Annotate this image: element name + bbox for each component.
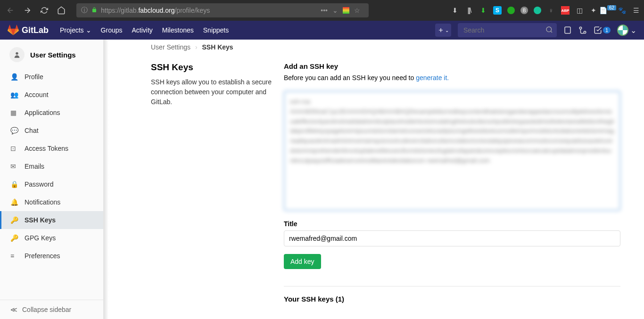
ext-icon-3[interactable] — [507, 7, 515, 14]
sidebar-item-access-tokens[interactable]: ⊡Access Tokens — [0, 139, 103, 157]
pocket-icon[interactable]: ⌄ — [332, 7, 338, 14]
sidebar-item-account[interactable]: 👥Account — [0, 86, 103, 104]
prefs-icon: ≡ — [10, 252, 18, 260]
ext-skype-icon[interactable]: S — [493, 6, 502, 15]
sidebar-title: User Settings — [0, 40, 103, 68]
add-key-button[interactable]: Add key — [284, 254, 321, 269]
todo-badge: 1 — [603, 27, 611, 33]
download-icon[interactable]: ⬇ — [451, 6, 459, 15]
bookmark-icon[interactable]: ☆ — [354, 7, 360, 14]
lock-icon: 🔒 — [10, 180, 18, 188]
key-icon: 🔑 — [10, 234, 18, 242]
title-label: Title — [284, 220, 620, 228]
sidebar-item-notifications[interactable]: 🔔Notifications — [0, 193, 103, 211]
menu-icon[interactable]: ☰ — [632, 6, 640, 15]
ext-icon-8[interactable]: ✦ — [589, 6, 598, 15]
ext-icon-10[interactable]: 🐾 — [618, 6, 626, 15]
breadcrumb-parent[interactable]: User Settings — [151, 43, 190, 51]
ext-icon-9[interactable]: 📄62 — [603, 6, 612, 15]
content: User Settings › SSH Keys SSH Keys SSH ke… — [104, 40, 644, 319]
ext-grammarly-icon[interactable] — [534, 7, 541, 14]
user-menu[interactable]: ⌄ — [617, 25, 636, 36]
key-icon: 🔑 — [10, 216, 18, 224]
generate-link[interactable]: generate it. — [416, 74, 449, 82]
add-key-title: Add an SSH key — [284, 62, 620, 70]
avatar — [617, 25, 628, 36]
reload-button[interactable] — [38, 4, 51, 17]
library-icon[interactable]: |||\ — [465, 6, 473, 15]
sidebar-item-applications[interactable]: ▦Applications — [0, 104, 103, 122]
lock-icon — [91, 7, 97, 14]
ext-icon-4[interactable]: B — [520, 7, 528, 14]
email-icon: ✉ — [10, 163, 18, 170]
more-icon[interactable]: ••• — [321, 7, 328, 14]
forward-button[interactable] — [21, 4, 34, 17]
section-title: SSH Keys — [151, 62, 273, 73]
svg-point-4 — [16, 52, 18, 55]
ext-icon-6[interactable]: ♀ — [547, 6, 555, 15]
bell-icon: 🔔 — [10, 198, 18, 206]
home-button[interactable] — [55, 4, 68, 17]
nav-projects[interactable]: Projects ⌄ — [60, 26, 91, 34]
svg-point-2 — [579, 27, 582, 29]
breadcrumb: User Settings › SSH Keys — [151, 43, 620, 51]
sidebar-item-gpg-keys[interactable]: 🔑GPG Keys — [0, 229, 103, 247]
nav-milestones[interactable]: Milestones — [162, 26, 194, 34]
key-textarea[interactable]: ssh-rsa AAAAB3NzaC1yc2EAAAADAQABAAABAQDe… — [284, 91, 620, 211]
chevron-down-icon: ⌄ — [445, 28, 449, 33]
svg-point-3 — [584, 31, 586, 33]
apps-icon: ▦ — [10, 109, 18, 116]
sidebar-item-chat[interactable]: 💬Chat — [0, 122, 103, 139]
url-bar[interactable]: ⓘ https://gitlab.fabcloud.org/profile/ke… — [76, 3, 369, 17]
new-button[interactable]: ⌄ — [435, 24, 451, 37]
add-key-hint: Before you can add an SSH key you need t… — [284, 74, 620, 82]
gitlab-brand: GitLab — [22, 25, 49, 35]
user-icon — [9, 47, 25, 62]
account-icon: 👥 — [10, 91, 18, 98]
collapse-icon: ≪ — [10, 306, 17, 313]
your-keys-heading: Your SSH keys (1) — [284, 286, 620, 303]
search-icon — [545, 26, 553, 35]
sidebar-icon[interactable]: ◫ — [575, 6, 584, 15]
token-icon: ⊡ — [10, 145, 18, 152]
title-input[interactable] — [284, 230, 620, 246]
chat-icon: 💬 — [10, 127, 18, 134]
shield-icon[interactable] — [343, 7, 349, 14]
svg-point-0 — [546, 27, 552, 32]
nav-snippets[interactable]: Snippets — [203, 26, 229, 34]
profile-icon: 👤 — [10, 73, 18, 81]
breadcrumb-current: SSH Keys — [202, 43, 233, 51]
back-button[interactable] — [4, 4, 17, 17]
sidebar-item-preferences[interactable]: ≡Preferences — [0, 247, 103, 265]
sidebar-item-emails[interactable]: ✉Emails — [0, 157, 103, 175]
sidebar-item-password[interactable]: 🔒Password — [0, 175, 103, 193]
section-desc: SSH keys allow you to establish a secure… — [151, 77, 273, 107]
gitlab-logo-icon — [8, 25, 19, 36]
svg-rect-1 — [565, 27, 570, 33]
sidebar-item-ssh-keys[interactable]: 🔑SSH Keys — [0, 211, 103, 229]
sidebar-item-profile[interactable]: 👤Profile — [0, 68, 103, 86]
nav-groups[interactable]: Groups — [101, 26, 123, 34]
chevron-down-icon: ⌄ — [630, 26, 636, 35]
url-text: https://gitlab.fabcloud.org/profile/keys — [101, 7, 321, 14]
chevron-down-icon: ⌄ — [86, 26, 91, 34]
collapse-sidebar[interactable]: ≪ Collapse sidebar — [0, 300, 103, 319]
ext-abp-icon[interactable]: ABP — [561, 6, 570, 15]
gitlab-logo[interactable]: GitLab — [8, 25, 49, 36]
issues-icon[interactable] — [563, 26, 572, 34]
merge-requests-icon[interactable] — [578, 26, 587, 34]
todos-icon[interactable]: 1 — [594, 26, 611, 34]
sidebar: User Settings 👤Profile 👥Account ▦Applica… — [0, 40, 104, 319]
info-icon: ⓘ — [81, 6, 88, 15]
ext-icon-1[interactable]: ⬇ — [479, 6, 487, 15]
nav-activity[interactable]: Activity — [132, 26, 153, 34]
search-input[interactable] — [458, 23, 557, 37]
